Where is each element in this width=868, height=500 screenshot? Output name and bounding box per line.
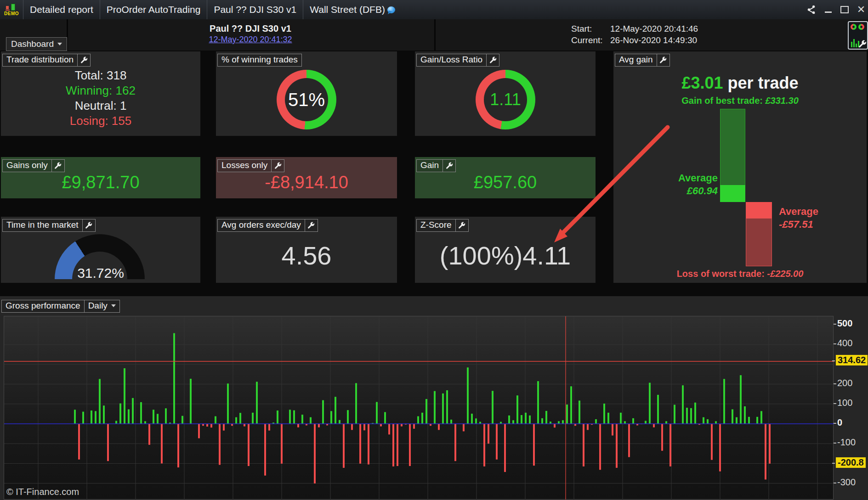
y-axis-tick-label: 200 xyxy=(837,378,852,388)
detailed-report-window: DEMO Detailed report ProOrder AutoTradin… xyxy=(0,0,868,500)
wrench-settings-icon[interactable] xyxy=(456,219,469,232)
tab-proorder-autotrading[interactable]: ProOrder AutoTrading xyxy=(100,0,207,19)
time-in-market-panel: Time in the market 31.72% xyxy=(1,217,200,283)
strategy-title: Paul ?? DJI S30 v1 xyxy=(67,23,434,34)
panel-title: Gain xyxy=(416,159,443,172)
share-icon[interactable] xyxy=(806,5,817,15)
speech-bubble-icon xyxy=(387,6,395,13)
avg-loss-label: Average -£57.51 xyxy=(779,205,862,231)
toolbar-divider xyxy=(434,19,436,51)
losses-only-panel: Losses only -£8,914.10 xyxy=(216,157,397,198)
total-trades: Total: 318 xyxy=(1,68,200,83)
avg-win-bar xyxy=(720,185,745,202)
panel-title: Losses only xyxy=(217,159,272,172)
y-axis-tick-label: -200.8 xyxy=(836,457,866,468)
period-dropdown-button[interactable]: Daily xyxy=(85,300,120,313)
panel-title: Trade distribution xyxy=(2,54,78,67)
report-title-block: Paul ?? DJI S30 v1 12-May-2020 20:41:32 xyxy=(67,19,434,45)
time-in-market-value: 31.72% xyxy=(1,265,200,281)
panel-title: Gain/Loss Ratio xyxy=(416,54,487,67)
wrench-settings-icon[interactable] xyxy=(487,54,499,67)
winning-percentage-value: 51% xyxy=(288,90,325,110)
gains-only-panel: Gains only £9,871.70 xyxy=(1,157,200,198)
wrench-settings-icon[interactable] xyxy=(52,159,65,172)
neutral-trades: Neutral: 1 xyxy=(1,98,200,113)
losing-trades: Losing: 155 xyxy=(1,113,200,129)
worst-trade-line: Loss of worst trade: -£225.00 xyxy=(613,269,867,279)
y-axis-tick-label: -300 xyxy=(837,477,856,488)
gross-performance-title: Gross performance xyxy=(1,300,85,313)
panel-title: Gains only xyxy=(2,159,52,172)
chart-y-axis: 500400314.622001000-100-200.8-300 xyxy=(834,296,868,500)
chevron-down-icon xyxy=(57,43,62,48)
panel-title: % of winning trades xyxy=(217,54,302,67)
z-score-value: (100%)4.11 xyxy=(415,241,596,270)
demo-label: DEMO xyxy=(4,11,19,16)
gain-loss-ratio-value: 1.11 xyxy=(490,90,521,109)
demo-badge: DEMO xyxy=(0,0,23,19)
panel-title: Time in the market xyxy=(2,219,83,232)
gross-performance-section: Gross performance Daily 500400314.622001… xyxy=(0,296,868,500)
maximize-button[interactable] xyxy=(840,5,850,15)
window-controls: ✕ xyxy=(806,0,868,19)
current-value: 26-Nov-2020 14:49:30 xyxy=(610,35,698,45)
wrench-settings-icon[interactable] xyxy=(78,54,91,67)
strategy-date-link[interactable]: 12-May-2020 20:41:32 xyxy=(67,35,434,45)
copyright-label: © IT-Finance.com xyxy=(6,487,79,497)
best-trade-bar xyxy=(720,109,745,186)
panel-title: Avg orders exec/day xyxy=(217,219,305,232)
y-axis-tick-label: 500 xyxy=(837,318,852,329)
close-button[interactable]: ✕ xyxy=(856,5,866,15)
session-times: Start: 12-May-2020 20:41:46 Current: 26-… xyxy=(571,24,698,45)
wrench-settings-icon[interactable] xyxy=(657,54,670,67)
avg-loss-bar xyxy=(746,202,772,218)
start-label: Start: xyxy=(571,24,610,34)
wrench-settings-icon[interactable] xyxy=(272,159,284,172)
wrench-settings-icon[interactable] xyxy=(83,219,96,232)
winning-percentage-panel: % of winning trades 51% xyxy=(216,51,397,136)
gain-value: £957.60 xyxy=(415,173,596,192)
start-value: 12-May-2020 20:41:46 xyxy=(610,24,698,34)
report-toolbar: Dashboard Paul ?? DJI S30 v1 12-May-2020… xyxy=(0,19,868,51)
worst-trade-bar xyxy=(746,218,772,266)
y-axis-tick-label: -100 xyxy=(837,437,856,448)
tab-detailed-report[interactable]: Detailed report xyxy=(23,0,100,19)
y-axis-tick-label: 400 xyxy=(837,338,852,348)
y-axis-tick-label: 100 xyxy=(837,398,852,408)
gain-loss-ratio-panel: Gain/Loss Ratio 1.11 xyxy=(415,51,596,136)
avg-orders-value: 4.56 xyxy=(216,241,397,270)
tab-wall-street[interactable]: Wall Street (DFB) xyxy=(303,0,402,19)
wrench-settings-icon[interactable] xyxy=(305,219,318,232)
dashboard-dropdown-button[interactable]: Dashboard xyxy=(6,37,67,51)
candlestick-logo-icon xyxy=(6,3,17,11)
gain-panel: Gain £957.60 xyxy=(415,157,596,198)
current-label: Current: xyxy=(571,35,610,45)
y-axis-tick-label: 0 xyxy=(837,417,842,428)
trade-distribution-panel: Trade distribution Total: 318 Winning: 1… xyxy=(1,51,200,136)
tab-strategy[interactable]: Paul ?? DJI S30 v1 xyxy=(207,0,303,19)
y-axis-tick-label: 314.62 xyxy=(836,355,868,365)
losses-only-value: -£8,914.10 xyxy=(216,173,397,192)
avg-gain-panel: Avg gain £3.01 per trade Gain of best tr… xyxy=(613,51,867,283)
trade-distribution-values: Total: 318 Winning: 162 Neutral: 1 Losin… xyxy=(1,68,200,129)
avg-gain-headline: £3.01 per trade xyxy=(613,73,867,93)
window-tab-bar: DEMO Detailed report ProOrder AutoTradin… xyxy=(0,0,868,20)
wrench-settings-icon[interactable] xyxy=(443,159,456,172)
avg-win-label: Average £60.94 xyxy=(613,172,718,197)
avg-orders-panel: Avg orders exec/day 4.56 xyxy=(216,217,397,283)
gross-performance-chart[interactable] xyxy=(4,316,834,500)
panel-title: Avg gain xyxy=(615,54,657,67)
minimize-button[interactable] xyxy=(823,5,833,15)
winning-trades: Winning: 162 xyxy=(1,83,200,98)
panel-title: Z-Score xyxy=(416,219,456,232)
best-trade-line: Gain of best trade: £331.30 xyxy=(613,96,867,106)
dashboard-thumbnail-icon[interactable] xyxy=(848,21,868,50)
gains-only-value: £9,871.70 xyxy=(1,173,200,192)
chevron-down-icon xyxy=(111,304,116,309)
z-score-panel: Z-Score (100%)4.11 xyxy=(415,217,596,283)
